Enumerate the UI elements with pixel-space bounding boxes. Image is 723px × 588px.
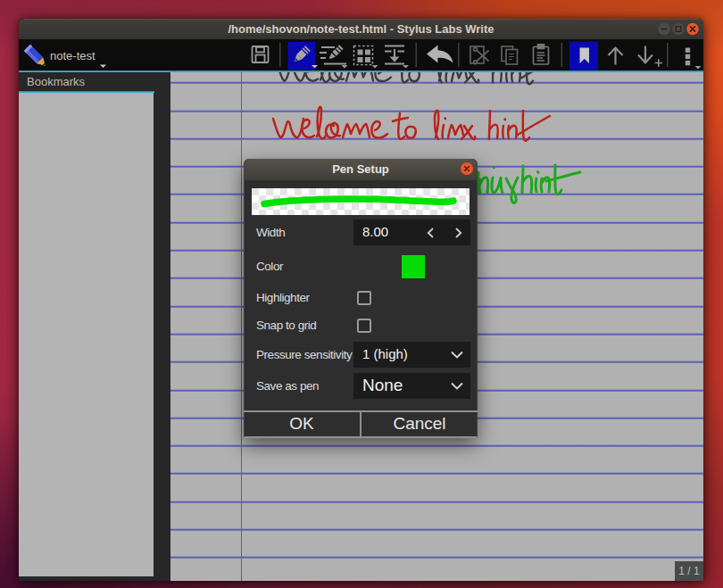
svg-text:note-test: note-test	[50, 49, 96, 62]
